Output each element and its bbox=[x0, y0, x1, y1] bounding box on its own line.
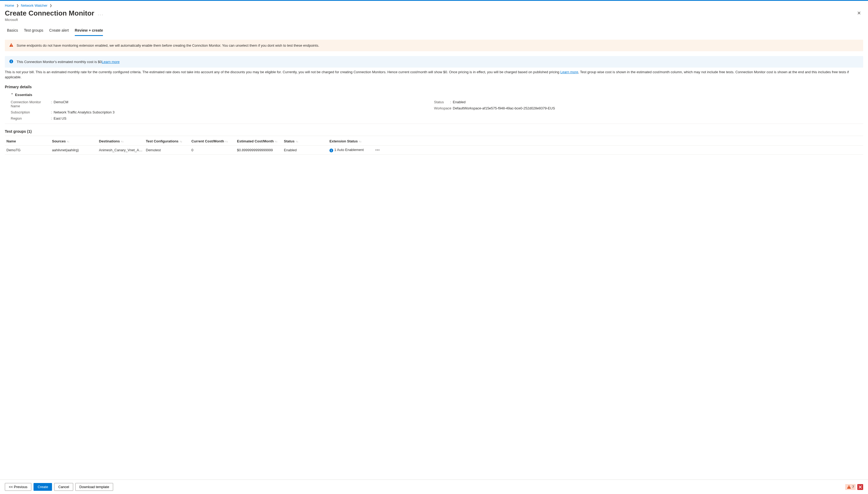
close-icon[interactable]: ✕ bbox=[855, 9, 863, 17]
kv-key-status: Status bbox=[434, 100, 450, 104]
info-learn-more-link[interactable]: Learn more bbox=[102, 60, 120, 64]
info-icon: i bbox=[330, 149, 333, 152]
kv-key-subscription: Subscription bbox=[11, 110, 51, 114]
sort-icon: ↑↓ bbox=[296, 140, 298, 143]
info-banner: This Connection Monitor's estimated mont… bbox=[5, 56, 863, 68]
kv-key-region: Region bbox=[11, 116, 51, 120]
download-template-button[interactable]: Download template bbox=[75, 483, 113, 491]
col-extension-status[interactable]: Extension Status↑↓ bbox=[330, 139, 375, 143]
cancel-button[interactable]: Cancel bbox=[54, 483, 73, 491]
svg-rect-1 bbox=[11, 46, 12, 46]
tab-review-create[interactable]: Review + create bbox=[75, 26, 103, 36]
svg-point-4 bbox=[11, 60, 12, 61]
info-text: This Connection Monitor's estimated mont… bbox=[17, 60, 120, 64]
cell-test-config: Demotest bbox=[146, 148, 191, 152]
warning-icon bbox=[9, 43, 14, 48]
cell-estimated-cost: $0.8999999999999999 bbox=[237, 148, 284, 152]
essentials-toggle[interactable]: ⌃ Essentials bbox=[5, 93, 863, 97]
cell-extension-status: i1 Auto Enablement bbox=[330, 148, 375, 153]
page-subtitle: Microsoft bbox=[5, 18, 855, 22]
svg-rect-6 bbox=[849, 488, 849, 488]
tab-basics[interactable]: Basics bbox=[7, 26, 18, 36]
kv-val-workspace: DefaultWorkspace-af15e575-f948-49ac-bce0… bbox=[453, 106, 857, 110]
create-button[interactable]: Create bbox=[34, 483, 52, 491]
sort-icon: ↑↓ bbox=[275, 140, 277, 143]
pricing-note: This is not your bill. This is an estima… bbox=[5, 70, 863, 80]
chevron-up-icon: ⌃ bbox=[11, 93, 14, 97]
essentials-panel: Connection Monitor Name:DemoCM Subscript… bbox=[5, 99, 863, 124]
sort-icon: ↑↓ bbox=[121, 140, 123, 143]
more-icon[interactable]: · · · bbox=[98, 13, 103, 17]
col-sources[interactable]: Sources↑↓ bbox=[52, 139, 99, 143]
wizard-tabs: Basics Test groups Create alert Review +… bbox=[5, 26, 863, 36]
warning-banner: Some endpoints do not have monitoring ex… bbox=[5, 40, 863, 51]
svg-rect-5 bbox=[849, 486, 849, 488]
error-dismiss-button[interactable] bbox=[857, 484, 863, 490]
cell-current-cost: 0 bbox=[191, 148, 237, 152]
breadcrumb-network-watcher[interactable]: Network Watcher bbox=[21, 3, 47, 7]
table-row[interactable]: DemoTG aahilvnet(aahilrg) Animesh_Canary… bbox=[5, 146, 863, 155]
col-name[interactable]: Name bbox=[6, 139, 52, 143]
essentials-label: Essentials bbox=[15, 93, 32, 97]
svg-rect-0 bbox=[11, 44, 12, 45]
sort-icon: ↑↓ bbox=[180, 140, 182, 143]
page-title: Create Connection Monitor bbox=[5, 9, 94, 17]
warning-count: 7 bbox=[852, 485, 854, 489]
cell-sources: aahilvnet(aahilrg) bbox=[52, 148, 99, 152]
col-destinations[interactable]: Destinations↑↓ bbox=[99, 139, 146, 143]
info-icon bbox=[9, 59, 14, 64]
grid-header-row: Name Sources↑↓ Destinations↑↓ Test Confi… bbox=[5, 137, 863, 146]
col-estimated-cost[interactable]: Estimated Cost/Month↑↓ bbox=[237, 139, 284, 143]
warning-icon bbox=[847, 485, 851, 489]
sort-icon: ↑↓ bbox=[359, 140, 361, 143]
row-actions-icon[interactable]: ••• bbox=[375, 148, 380, 152]
kv-key-workspace: Workspace bbox=[434, 106, 450, 110]
cell-destinations: Animesh_Canary_Vnet_ANM(... bbox=[99, 148, 146, 152]
close-icon bbox=[859, 486, 862, 489]
warning-count-chip[interactable]: 7 bbox=[845, 484, 856, 490]
kv-key-name: Connection Monitor Name bbox=[11, 100, 51, 108]
previous-button[interactable]: << Previous bbox=[5, 483, 32, 491]
tab-test-groups[interactable]: Test groups bbox=[24, 26, 43, 36]
primary-details-heading: Primary details bbox=[5, 85, 863, 89]
pricing-note-part1: This is not your bill. This is an estima… bbox=[5, 70, 560, 74]
svg-rect-3 bbox=[11, 61, 12, 63]
wizard-footer: << Previous Create Cancel Download templ… bbox=[0, 479, 868, 494]
chevron-right-icon: ❯ bbox=[15, 4, 20, 7]
breadcrumb-home[interactable]: Home bbox=[5, 3, 14, 7]
chevron-right-icon: ❯ bbox=[48, 4, 53, 7]
sort-icon: ↑↓ bbox=[67, 140, 70, 143]
cell-status: Enabled bbox=[284, 148, 330, 152]
kv-val-region: East US bbox=[54, 116, 434, 120]
breadcrumb: Home ❯ Network Watcher ❯ bbox=[5, 2, 863, 9]
col-current-cost[interactable]: Current Cost/Month↑↓ bbox=[191, 139, 237, 143]
kv-val-name: DemoCM bbox=[54, 100, 434, 108]
sort-icon: ↑↓ bbox=[225, 140, 228, 143]
tab-create-alert[interactable]: Create alert bbox=[49, 26, 69, 36]
kv-val-subscription: Network Traffic Analytics Subscription 3 bbox=[54, 110, 434, 114]
kv-val-status: Enabled bbox=[453, 100, 857, 104]
pricing-learn-more-link[interactable]: Learn more bbox=[560, 70, 578, 74]
cell-name: DemoTG bbox=[6, 148, 52, 152]
col-status[interactable]: Status↑↓ bbox=[284, 139, 330, 143]
col-test-config[interactable]: Test Configurations↑↓ bbox=[146, 139, 191, 143]
info-text-value: This Connection Monitor's estimated mont… bbox=[17, 60, 102, 64]
test-groups-heading: Test groups (1) bbox=[5, 129, 863, 136]
warning-text: Some endpoints do not have monitoring ex… bbox=[17, 43, 319, 48]
